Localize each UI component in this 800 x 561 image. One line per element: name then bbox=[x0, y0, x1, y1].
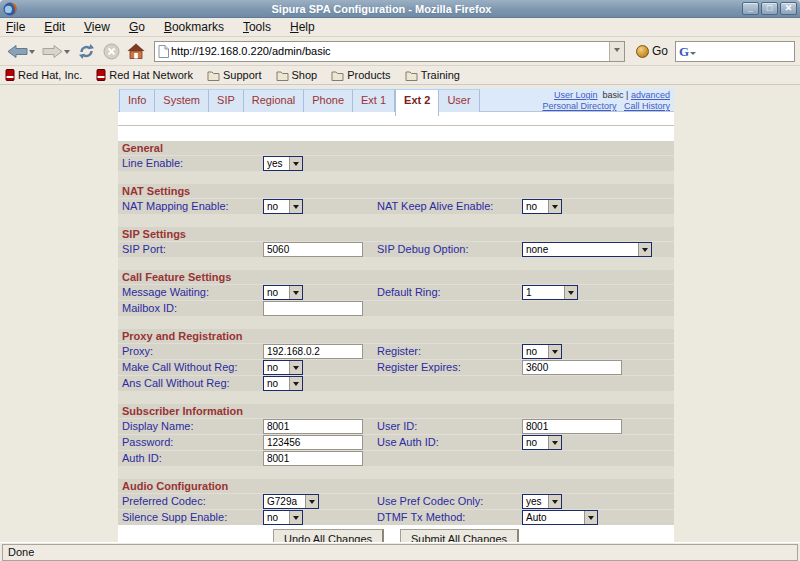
dropdown-arrow-icon[interactable] bbox=[289, 200, 302, 213]
dropdown-arrow-icon[interactable] bbox=[289, 286, 302, 299]
menu-tools[interactable]: Tools bbox=[243, 20, 271, 34]
maximize-button[interactable]: □ bbox=[761, 2, 778, 15]
url-input[interactable] bbox=[169, 45, 609, 57]
use-pref-codec-only-select[interactable]: yes bbox=[522, 494, 562, 509]
field-label-proxy: Proxy: bbox=[122, 344, 260, 359]
tab-phone[interactable]: Phone bbox=[304, 89, 353, 112]
preferred-codec-select[interactable]: G729a bbox=[263, 494, 319, 509]
search-engine-caret[interactable] bbox=[690, 52, 696, 58]
dropdown-arrow-icon[interactable] bbox=[548, 495, 561, 508]
url-history-dropdown[interactable] bbox=[609, 42, 624, 61]
form-row: Line Enable:yes bbox=[118, 155, 674, 171]
tab-ext-2[interactable]: Ext 2 bbox=[395, 89, 439, 116]
proxy-input[interactable] bbox=[263, 344, 363, 359]
field-label-sip-port: SIP Port: bbox=[122, 242, 260, 257]
reload-button[interactable] bbox=[75, 41, 98, 62]
user-id-input[interactable] bbox=[522, 419, 622, 434]
nat-mapping-enable-select[interactable]: no bbox=[263, 199, 303, 214]
display-name-input[interactable] bbox=[263, 419, 363, 434]
search-bar[interactable]: G bbox=[675, 41, 795, 62]
folder-icon bbox=[405, 70, 418, 81]
search-input[interactable] bbox=[697, 45, 791, 57]
user-login-link[interactable]: User Login bbox=[554, 90, 598, 100]
tab-system[interactable]: System bbox=[155, 89, 209, 112]
sip-debug-option-select[interactable]: none bbox=[522, 242, 652, 257]
register-expires-input[interactable] bbox=[522, 360, 622, 375]
bookmark-training[interactable]: Training bbox=[405, 69, 460, 81]
bookmark-products[interactable]: Products bbox=[331, 69, 390, 81]
make-call-without-reg-select[interactable]: no bbox=[263, 360, 303, 375]
ans-call-without-reg-select[interactable]: no bbox=[263, 376, 303, 391]
dropdown-arrow-icon[interactable] bbox=[289, 511, 302, 524]
forward-button[interactable] bbox=[40, 42, 72, 61]
back-button[interactable] bbox=[5, 42, 37, 61]
folder-icon bbox=[331, 70, 344, 81]
stop-button[interactable] bbox=[101, 41, 122, 62]
undo-all-changes-button[interactable]: Undo All Changes bbox=[273, 529, 384, 542]
bookmark-red-hat-network[interactable]: Red Hat Network bbox=[96, 69, 193, 81]
line-enable-select[interactable]: yes bbox=[263, 156, 303, 171]
auth-id-input[interactable] bbox=[263, 451, 363, 466]
google-search-icon[interactable]: G bbox=[679, 45, 689, 58]
dropdown-arrow-icon[interactable] bbox=[564, 286, 577, 299]
nat-keep-alive-enable-select[interactable]: no bbox=[522, 199, 562, 214]
personal-directory-link[interactable]: Personal Directory bbox=[542, 101, 616, 111]
field-label-auth-id: Auth ID: bbox=[122, 451, 260, 466]
menu-edit[interactable]: Edit bbox=[44, 20, 65, 34]
bookmark-red-hat-inc[interactable]: Red Hat, Inc. bbox=[5, 69, 82, 81]
tab-regional[interactable]: Regional bbox=[244, 89, 304, 112]
home-button[interactable] bbox=[125, 41, 147, 61]
go-button[interactable]: Go bbox=[632, 44, 672, 58]
message-waiting-select[interactable]: no bbox=[263, 285, 303, 300]
register-select[interactable]: no bbox=[522, 344, 562, 359]
field-label-mailbox-id: Mailbox ID: bbox=[122, 301, 260, 316]
dropdown-arrow-icon[interactable] bbox=[289, 377, 302, 390]
field-label-password: Password: bbox=[122, 435, 260, 450]
tab-sip[interactable]: SIP bbox=[209, 89, 244, 112]
menu-help[interactable]: Help bbox=[290, 20, 315, 34]
password-input[interactable] bbox=[263, 435, 363, 450]
section-heading: NAT Settings bbox=[118, 184, 674, 198]
dropdown-arrow-icon[interactable] bbox=[584, 511, 597, 524]
dropdown-arrow-icon[interactable] bbox=[548, 345, 561, 358]
dropdown-arrow-icon[interactable] bbox=[548, 200, 561, 213]
forward-dropdown-caret[interactable] bbox=[64, 50, 70, 57]
dropdown-arrow-icon[interactable] bbox=[305, 495, 318, 508]
silence-supp-enable-select[interactable]: no bbox=[263, 510, 303, 525]
field-label-use-pref-codec-only: Use Pref Codec Only: bbox=[377, 494, 519, 509]
redhat-icon bbox=[96, 69, 106, 81]
menu-go[interactable]: Go bbox=[129, 20, 145, 34]
tab-info[interactable]: Info bbox=[119, 89, 155, 112]
sip-port-input[interactable] bbox=[263, 242, 363, 257]
menu-bookmarks[interactable]: Bookmarks bbox=[164, 20, 224, 34]
dropdown-arrow-icon[interactable] bbox=[548, 436, 561, 449]
tab-user[interactable]: User bbox=[439, 89, 479, 112]
field-label-display-name: Display Name: bbox=[122, 419, 260, 434]
dtmf-tx-method-select[interactable]: Auto bbox=[522, 510, 598, 525]
bookmark-shop[interactable]: Shop bbox=[276, 69, 318, 81]
field-label-ans-call-without-reg: Ans Call Without Reg: bbox=[122, 376, 260, 391]
close-button[interactable]: ✕ bbox=[780, 2, 797, 15]
url-bar[interactable] bbox=[154, 41, 625, 62]
default-ring-select[interactable]: 1 bbox=[522, 285, 578, 300]
menu-view[interactable]: View bbox=[84, 20, 110, 34]
bookmark-support[interactable]: Support bbox=[207, 69, 262, 81]
submit-all-changes-button[interactable]: Submit All Changes bbox=[400, 529, 519, 542]
field-label-nat-keep-alive-enable: NAT Keep Alive Enable: bbox=[377, 199, 519, 214]
form-row: Proxy:Register:no bbox=[118, 343, 674, 359]
advanced-view-link[interactable]: advanced bbox=[631, 90, 670, 100]
form-row: Display Name:User ID: bbox=[118, 418, 674, 434]
form-row: Make Call Without Reg:noRegister Expires… bbox=[118, 359, 674, 375]
section-heading: Audio Configuration bbox=[118, 479, 674, 493]
minimize-button[interactable]: _ bbox=[742, 2, 759, 15]
dropdown-arrow-icon[interactable] bbox=[638, 243, 651, 256]
call-history-link[interactable]: Call History bbox=[624, 101, 670, 111]
mailbox-id-input[interactable] bbox=[263, 301, 363, 316]
use-auth-id-select[interactable]: no bbox=[522, 435, 562, 450]
back-dropdown-caret[interactable] bbox=[29, 50, 35, 57]
dropdown-arrow-icon[interactable] bbox=[289, 361, 302, 374]
menu-file[interactable]: File bbox=[6, 20, 25, 34]
tab-ext-1[interactable]: Ext 1 bbox=[353, 89, 395, 112]
dropdown-arrow-icon[interactable] bbox=[289, 157, 302, 170]
section-audio-configuration: Audio ConfigurationPreferred Codec:G729a… bbox=[118, 479, 674, 525]
